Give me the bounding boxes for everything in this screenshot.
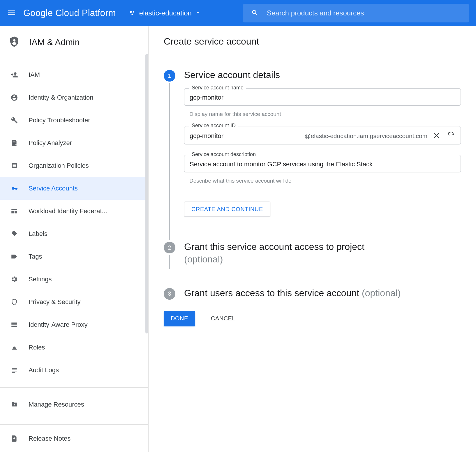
sidebar-item-settings[interactable]: Settings [0, 268, 148, 291]
label-arrow-icon [10, 253, 19, 260]
search-input[interactable] [267, 9, 461, 17]
product-name: Google Cloud Platform [23, 8, 116, 18]
list-box-icon [10, 162, 19, 170]
sidebar-item-label: Audit Logs [29, 366, 59, 374]
sidebar-item-policy-analyzer[interactable]: Policy Analyzer [0, 132, 148, 154]
sidebar-item-label: Labels [29, 230, 47, 238]
field-id-label: Service account ID [189, 123, 238, 129]
project-icon [129, 10, 136, 17]
step-connector [169, 83, 170, 240]
step-2-optional: (optional) [184, 254, 223, 264]
tag-icon [10, 230, 19, 238]
account-circle-icon [10, 94, 19, 101]
desc-input[interactable] [190, 160, 455, 168]
sidebar-item-service-accounts[interactable]: Service Accounts [0, 177, 148, 200]
sidebar-item-label: Manage Resources [29, 401, 84, 408]
step-2-title-text: Grant this service account access to pro… [184, 241, 364, 252]
sidebar-item-label: Service Accounts [29, 185, 78, 192]
step-3-optional: (optional) [362, 288, 401, 298]
folder-gear-icon [10, 401, 19, 408]
person-add-icon [10, 71, 19, 79]
sidebar-item-label: Policy Analyzer [29, 139, 72, 147]
svg-point-2 [131, 13, 133, 15]
sidebar-item-label: IAM [29, 71, 40, 79]
sidebar-item-roles[interactable]: Roles [0, 336, 148, 359]
done-button[interactable]: DONE [164, 311, 195, 326]
section-title: IAM & Admin [29, 37, 80, 47]
field-name: Service account name [184, 88, 461, 106]
sidebar-item-labels[interactable]: Labels [0, 223, 148, 245]
cancel-button[interactable]: CANCEL [204, 311, 242, 326]
sidebar-item-org-policies[interactable]: Organization Policies [0, 154, 148, 177]
field-name-label: Service account name [189, 85, 246, 91]
step-1-title: Service account details [184, 69, 461, 81]
step-2-title: Grant this service account access to pro… [184, 241, 461, 266]
nav: IAM Identity & Organization Policy Troub… [0, 58, 148, 382]
top-header: Google Cloud Platform elastic-education [0, 0, 476, 26]
step-2-circle: 2 [164, 242, 175, 253]
hat-icon [10, 344, 19, 351]
step-2[interactable]: 2 Grant this service account access to p… [164, 241, 461, 283]
sidebar-item-release-notes[interactable]: Release Notes [0, 425, 148, 452]
step-1: 1 Service account details Service accoun… [164, 69, 461, 237]
sidebar-item-label: Organization Policies [29, 162, 89, 170]
sidebar-item-iap[interactable]: Identity-Aware Proxy [0, 313, 148, 336]
sidebar-item-label: Tags [29, 253, 42, 260]
product-name-bold: Google [23, 8, 53, 18]
sidebar-item-audit-logs[interactable]: Audit Logs [0, 359, 148, 382]
sidebar-item-label: Roles [29, 344, 45, 351]
refresh-icon[interactable] [448, 132, 455, 140]
menu-icon[interactable] [7, 8, 16, 18]
sidebar-item-label: Policy Troubleshooter [29, 116, 90, 124]
chevron-down-icon [195, 10, 201, 17]
search-icon [251, 9, 259, 17]
gear-icon [10, 276, 19, 283]
sidebar-item-identity-org[interactable]: Identity & Organization [0, 86, 148, 109]
sidebar-item-label: Privacy & Security [29, 298, 81, 306]
step-1-circle: 1 [164, 70, 175, 82]
sidebar-item-iam[interactable]: IAM [0, 63, 148, 86]
sidebar-item-label: Identity-Aware Proxy [29, 321, 88, 329]
lines-icon [10, 366, 19, 374]
sidebar-item-manage-resources[interactable]: Manage Resources [0, 391, 148, 419]
desc-helper: Describe what this service account will … [184, 175, 461, 193]
sidebar-item-privacy-security[interactable]: Privacy & Security [0, 291, 148, 313]
sidebar-item-label: Settings [29, 276, 52, 283]
main: Create service account 1 Service account… [149, 26, 476, 452]
step-3-circle: 3 [164, 288, 175, 300]
wrench-icon [10, 116, 19, 124]
step-3[interactable]: 3 Grant users access to this service acc… [164, 287, 461, 299]
page-title: Create service account [149, 26, 476, 57]
sidebar-item-policy-troubleshooter[interactable]: Policy Troubleshooter [0, 109, 148, 132]
project-selector[interactable]: elastic-education [129, 9, 201, 17]
search-box[interactable] [243, 4, 469, 22]
iam-shield-icon [8, 36, 20, 49]
sidebar-item-tags[interactable]: Tags [0, 245, 148, 268]
shield-outline-icon [10, 298, 19, 306]
clear-icon[interactable] [433, 132, 441, 140]
product-name-rest: Cloud Platform [53, 8, 116, 18]
sidebar-item-label: Release Notes [29, 435, 70, 442]
sidebar-item-label: Identity & Organization [29, 94, 94, 101]
sidebar-item-label: Workload Identity Federat... [29, 207, 107, 215]
svg-point-0 [130, 11, 132, 13]
section-header: IAM & Admin [0, 26, 148, 58]
key-account-icon [10, 185, 19, 192]
federation-icon [10, 207, 19, 215]
svg-point-3 [13, 39, 15, 41]
sidebar-item-workload-identity[interactable]: Workload Identity Federat... [0, 200, 148, 223]
iap-icon [10, 321, 19, 329]
field-desc-label: Service account description [189, 151, 258, 158]
field-id: Service account ID @elastic-education.ia… [184, 126, 461, 144]
scrollbar[interactable] [145, 54, 148, 333]
field-desc: Service account description [184, 155, 461, 172]
id-input[interactable] [190, 132, 260, 140]
id-suffix: @elastic-education.iam.gserviceaccount.c… [304, 133, 427, 140]
step-connector [169, 255, 170, 269]
sidebar: IAM & Admin IAM Identity & Organization … [0, 26, 149, 452]
svg-point-1 [133, 11, 134, 13]
name-input[interactable] [190, 94, 455, 101]
step-3-title-text: Grant users access to this service accou… [184, 288, 362, 298]
project-name: elastic-education [139, 9, 192, 17]
create-continue-button[interactable]: CREATE AND CONTINUE [184, 202, 270, 217]
